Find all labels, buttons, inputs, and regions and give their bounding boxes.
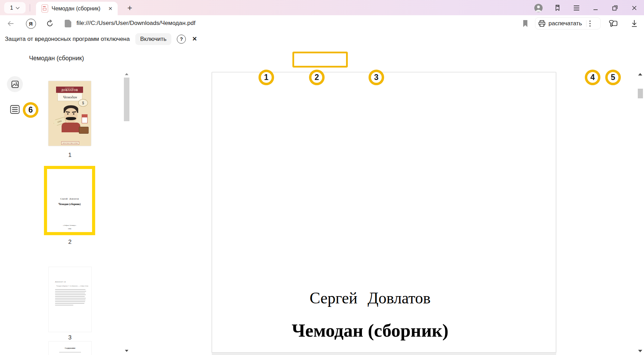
hamburger-icon <box>573 5 580 11</box>
yandex-home-button[interactable]: Я <box>26 18 36 29</box>
thumb4-heading: Содержание <box>49 347 91 349</box>
pdf-page-2[interactable]: Сергей Довлатов Чемодан (сборник) <box>212 72 556 353</box>
thumbnail-3-page-number: 3 <box>60 334 80 341</box>
document-icon <box>65 20 71 27</box>
thumb2-year: 1986 <box>47 228 92 230</box>
cigarette-pack-art <box>82 114 88 123</box>
browser-window: 1 Чемодан (сборник) ✕ + <box>0 0 644 355</box>
yandex-logo-icon: Я <box>26 19 36 29</box>
pdf-viewer-area: СЕРГЕЙ ДОВЛАТОВ Чемодан $ USA АЗБУКА КЛА… <box>0 70 644 355</box>
thumbnail-page-2-selected[interactable]: Сергей Довлатов Чемодан (сборник) «Азбук… <box>44 166 95 235</box>
extensions-button[interactable] <box>608 18 619 29</box>
pdf-document-title: Чемодан (сборник) <box>29 55 84 62</box>
tab-strip: 1 Чемодан (сборник) ✕ + <box>0 0 644 15</box>
extension-icon <box>609 19 618 28</box>
window-close-button[interactable] <box>629 3 640 13</box>
main-scroll-down-icon[interactable] <box>638 350 642 352</box>
outline-list-icon <box>10 105 20 114</box>
profile-avatar[interactable] <box>533 3 544 13</box>
sidebar-scroll-down-icon[interactable] <box>125 350 128 352</box>
thumbnail-page-1[interactable]: СЕРГЕЙ ДОВЛАТОВ Чемодан $ USA АЗБУКА КЛА… <box>48 81 91 146</box>
thumbnail-page-3[interactable]: Довлатов С. Д. Чемодан (сборник) / С. Д.… <box>48 267 92 332</box>
restore-icon <box>612 5 618 11</box>
cover-author-name: ДОВЛАТОВ <box>56 89 83 92</box>
tab-title: Чемодан (сборник) <box>52 6 107 12</box>
caricature-suitcase-art <box>79 127 89 134</box>
browser-menu-button[interactable] <box>571 3 582 13</box>
window-minimize-button[interactable] <box>590 3 601 13</box>
cover-series-label: АЗБУКА КЛАССИКА <box>61 141 79 145</box>
reload-button[interactable] <box>45 18 55 29</box>
caricature-face-art <box>64 108 78 123</box>
thumbnail-1-page-number: 1 <box>60 152 80 159</box>
thumbnail-page-4[interactable]: Содержание <box>48 341 92 355</box>
sidebar-scrollbar <box>124 70 130 355</box>
pill-separator <box>586 20 587 27</box>
minimize-icon <box>593 5 598 11</box>
close-icon <box>632 5 637 11</box>
pdf-toolbar: Чемодан (сборник) 2 / 21 − 100% + <box>0 46 644 70</box>
view-outline-button[interactable] <box>10 105 20 114</box>
sidebar-scroll-up-icon[interactable] <box>125 73 128 75</box>
back-arrow-icon <box>7 19 15 28</box>
thumbnail-2-page-number: 2 <box>60 239 80 246</box>
download-icon <box>631 19 638 28</box>
bookmark-page-button[interactable] <box>520 18 530 29</box>
url-bar: Я file:///C:/Users/User/Downloads/Чемода… <box>0 15 644 32</box>
cover-author-band: СЕРГЕЙ ДОВЛАТОВ <box>56 87 83 93</box>
dismiss-warning-icon[interactable]: ✕ <box>192 35 197 43</box>
view-thumbnails-button[interactable] <box>7 76 23 92</box>
main-scrollbar-thumb[interactable] <box>638 89 643 98</box>
document-title-text: Чемодан (сборник) <box>212 320 528 341</box>
pdf-favicon-icon <box>42 5 48 12</box>
thumb2-title: Чемодан (сборник) <box>47 203 92 206</box>
thumb3-ref-line: Чемодан (сборник) / С. Д. Довлатов — «Аз… <box>56 285 88 287</box>
cover-title: Чемодан <box>63 95 77 99</box>
downloads-button[interactable] <box>629 18 640 29</box>
cover-title-box: Чемодан <box>57 93 82 101</box>
thumb3-paragraph-lines <box>55 289 87 307</box>
thumb2-publisher: «Азбука-Аттикус» <box>47 224 92 226</box>
bookmark-filled-icon <box>522 20 528 27</box>
print-button[interactable]: распечатать <box>538 20 582 27</box>
page-gap <box>212 353 556 355</box>
help-icon[interactable]: ? <box>177 35 186 44</box>
new-tab-button[interactable]: + <box>125 3 135 13</box>
warning-message: Защита от вредоносных программ отключена <box>5 36 130 43</box>
dollar-bubble-art: $ <box>78 99 88 107</box>
caricature-mustache-art <box>66 117 76 120</box>
chevron-down-icon <box>16 7 20 9</box>
protection-warning-bar: Защита от вредоносных программ отключена… <box>0 32 644 47</box>
tabstrip-divider <box>30 4 30 11</box>
window-restore-button[interactable] <box>610 3 620 13</box>
page-info-button[interactable] <box>63 18 73 29</box>
tab-close-icon[interactable]: ✕ <box>107 5 114 12</box>
address-url[interactable]: file:///C:/Users/User/Downloads/Чемодан.… <box>76 20 196 27</box>
caricature-eye-art <box>73 113 74 115</box>
tab-counter-button[interactable]: 1 <box>4 2 26 14</box>
enable-protection-button[interactable]: Включить <box>135 33 171 45</box>
bookmarks-panel-button[interactable] <box>552 3 563 13</box>
printer-icon <box>538 20 546 27</box>
thumb3-header: Довлатов С. Д. <box>55 281 66 283</box>
more-options-icon[interactable] <box>589 20 591 27</box>
document-author-text: Сергей Довлатов <box>212 289 528 307</box>
avatar-icon <box>534 3 543 12</box>
tab-chemodan[interactable]: Чемодан (сборник) ✕ <box>36 2 118 15</box>
print-label: распечатать <box>548 20 582 27</box>
bookmark-ribbon-icon <box>554 4 561 12</box>
thumb4-text-line <box>59 352 81 353</box>
image-icon <box>11 80 19 89</box>
thumb2-author: Сергей Довлатов <box>47 197 92 200</box>
back-button[interactable] <box>6 18 16 29</box>
caricature-eye-art <box>67 113 69 115</box>
sidebar-scrollbar-thumb[interactable] <box>124 78 129 121</box>
caricature-shirt-art <box>62 123 80 132</box>
main-scroll-up-icon[interactable] <box>638 73 642 76</box>
tab-count: 1 <box>10 5 13 11</box>
reload-icon <box>46 19 54 28</box>
print-action-group: распечатать <box>535 17 601 29</box>
